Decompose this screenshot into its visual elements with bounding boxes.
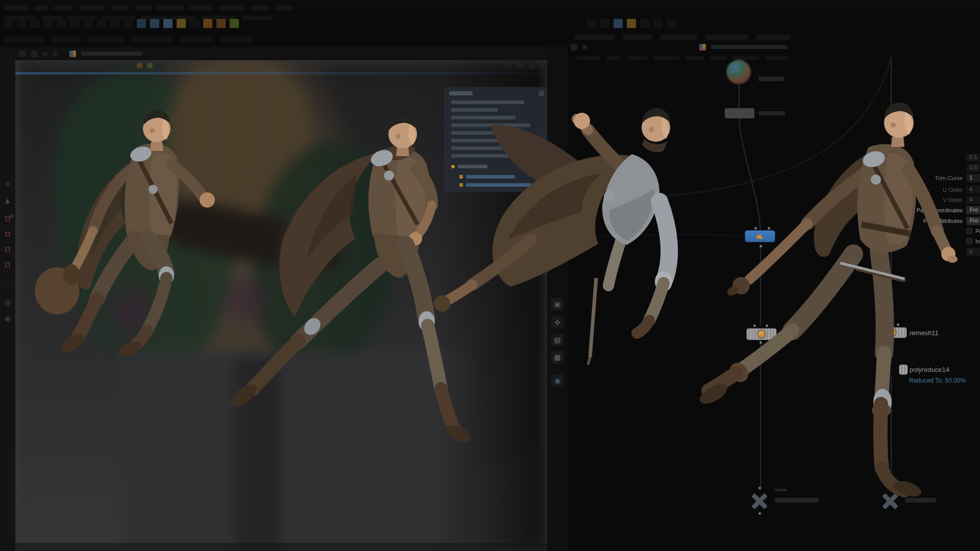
param-field[interactable]: 0.5 — [966, 164, 980, 172]
param-dropdown[interactable]: Fro — [966, 217, 980, 225]
param-field[interactable]: 1 — [966, 174, 980, 182]
node-output-dot[interactable] — [760, 245, 762, 247]
node-label-blob — [758, 111, 785, 115]
remesh-icon — [889, 329, 896, 336]
param-row-checkbox[interactable]: Pr — [897, 227, 980, 235]
node-output-dot[interactable] — [890, 339, 893, 342]
upstream-node[interactable] — [725, 108, 754, 118]
node-label: polyreduce14 — [910, 366, 949, 373]
param-label: V Order — [897, 197, 963, 203]
param-row[interactable]: 0 — [897, 247, 980, 256]
app-window: rem remesh11 polyreduce14 Reduced To: 50… — [0, 0, 980, 551]
node-label-blob — [775, 498, 819, 503]
node-label: remesh11 — [910, 329, 939, 337]
param-row-paste-coordinates[interactable]: Paste Coordinates Fro — [897, 206, 980, 214]
node-label-blob — [758, 77, 784, 81]
checkbox[interactable] — [966, 228, 972, 234]
node-wires — [0, 0, 980, 551]
param-row[interactable]: 0.5 — [897, 163, 980, 172]
node-output-dot[interactable] — [758, 512, 761, 515]
remesh-icon — [758, 331, 765, 338]
node-input-dot[interactable] — [768, 227, 770, 230]
param-label: U Order — [897, 187, 963, 193]
checkbox[interactable] — [966, 238, 972, 244]
remesh11-node[interactable] — [878, 328, 906, 338]
playbar-strip[interactable] — [15, 543, 547, 551]
param-label: Paste Attributes — [897, 218, 963, 224]
param-field[interactable]: 0.5 — [966, 154, 980, 162]
node-info-text: Reduced To: 50.00% — [909, 377, 966, 384]
param-field[interactable]: 0 — [966, 248, 980, 256]
null-node[interactable] — [880, 491, 900, 511]
node-input-dot[interactable] — [758, 487, 761, 489]
remesh-node-left[interactable] — [747, 329, 776, 340]
param-row[interactable]: 0.5 — [897, 153, 980, 162]
node-label-blob — [775, 489, 787, 491]
param-dropdown[interactable]: Fro — [966, 206, 980, 214]
param-row-u-order[interactable]: U Order 4 — [897, 185, 980, 194]
node-input-dot[interactable] — [754, 227, 757, 230]
null-node[interactable] — [749, 491, 770, 511]
node-input-dot[interactable] — [889, 487, 892, 489]
param-label: Paste Coordinates — [897, 207, 963, 213]
param-label: In — [975, 238, 980, 244]
param-row-checkbox[interactable]: In — [897, 237, 980, 245]
param-field[interactable]: 4 — [966, 186, 980, 194]
param-label: Pr — [975, 228, 980, 234]
parameter-panel[interactable]: 0.5 0.5 Trim-Curve 1 U Order 4 V Order 4… — [897, 153, 980, 258]
param-row-trim-curve[interactable]: Trim-Curve 1 — [897, 173, 980, 182]
param-row-v-order[interactable]: V Order 4 — [897, 195, 980, 204]
polyreduce14-node[interactable] — [899, 365, 908, 374]
param-field[interactable]: 4 — [966, 196, 980, 204]
param-label: Trim-Curve — [897, 175, 963, 181]
node-label-blob — [905, 498, 936, 503]
selected-node[interactable] — [745, 231, 775, 242]
node-output-dot[interactable] — [760, 341, 762, 344]
node-input-dot[interactable] — [753, 324, 756, 327]
node-input-dot[interactable] — [885, 323, 888, 326]
node-input-dot[interactable] — [766, 324, 768, 327]
display-sphere-node[interactable] — [727, 60, 750, 84]
param-row-paste-attributes[interactable]: Paste Attributes Fro — [897, 216, 980, 225]
node-input-dot[interactable] — [897, 323, 899, 326]
mountain-icon — [757, 234, 763, 239]
node-label: rem — [780, 330, 791, 338]
